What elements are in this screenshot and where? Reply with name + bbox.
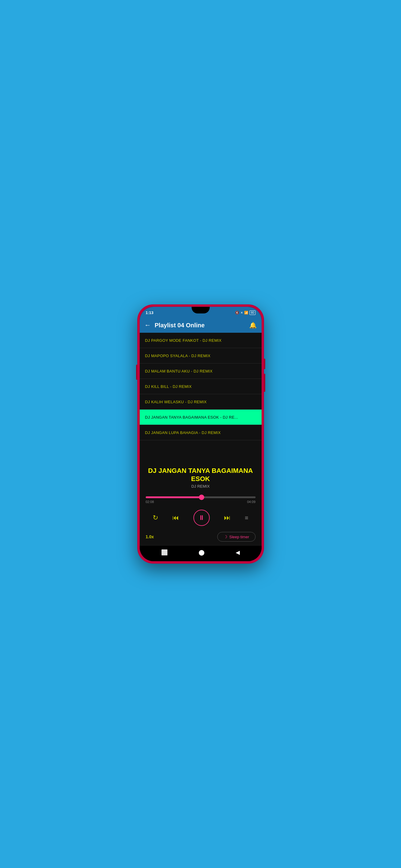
list-item-active[interactable]: DJ JANGAN TANYA BAGAIMANA ESOK - DJ RE..… [140,410,262,425]
notch [192,307,210,313]
now-playing-title: DJ JANGAN TANYA BAGAIMANA ESOK [146,467,256,483]
progress-section: 02:08 04:09 [140,496,262,506]
status-icons: 🔇 ✕ 📶 80 [235,310,255,315]
song-title: DJ MAPOPO SYALALA - DJ REMIX [145,353,210,358]
list-item[interactable]: DJ KALIH WELASKU - DJ REMIX [140,394,262,410]
song-title: DJ MALAM BANTU AKU - DJ REMIX [145,369,213,373]
list-item[interactable]: DJ KILL BILL - DJ REMIX [140,379,262,394]
progress-bar[interactable] [146,496,256,498]
list-item[interactable]: DJ MAPOPO SYALALA - DJ REMIX [140,348,262,364]
list-item[interactable]: DJ MALAM BANTU AKU - DJ REMIX [140,364,262,379]
prev-button[interactable]: ⏮ [172,514,179,522]
status-time: 1:13 [146,310,153,315]
now-playing-artist: DJ REMIX [146,484,256,489]
close-icon: ✕ [240,311,243,314]
back-nav-icon[interactable]: ◀ [236,549,240,556]
bottom-controls: 1.0x ☽ Sleep timer [140,530,262,545]
progress-fill [146,496,202,498]
status-bar: 1:13 🔇 ✕ 📶 80 [140,307,262,318]
stop-nav-icon[interactable]: ⬜ [161,549,168,556]
playback-controls: ↻ ⏮ ⏸ ⏭ ≡ [140,506,262,530]
playlist-button[interactable]: ≡ [245,515,248,521]
next-button[interactable]: ⏭ [224,514,231,522]
back-button[interactable]: ← [145,321,151,329]
sleep-timer-label: Sleep timer [229,535,249,539]
progress-thumb [199,495,204,500]
mute-icon: 🔇 [235,311,239,315]
song-title: DJ JANGAN LUPA BAHAGIA - DJ REMIX [145,430,221,435]
sleep-timer-button[interactable]: ☽ Sleep timer [217,532,256,541]
app-header: ← Playlist 04 Online 🔔 [140,318,262,333]
total-time: 04:09 [247,500,256,504]
phone-screen: 1:13 🔇 ✕ 📶 80 ← Playlist 04 Online 🔔 DJ … [140,307,262,561]
playback-speed[interactable]: 1.0x [146,534,154,539]
power-button [264,359,265,369]
notification-bell-icon[interactable]: 🔔 [249,321,257,329]
page-title: Playlist 04 Online [155,322,246,329]
pause-icon: ⏸ [198,514,205,522]
song-list: DJ PARGOY MODE FANKOT - DJ REMIX DJ MAPO… [140,333,262,462]
progress-times: 02:08 04:09 [146,500,256,504]
volume-right-button [264,374,265,392]
home-nav-icon[interactable]: ⬤ [199,549,205,556]
wifi-icon: 📶 [244,311,248,315]
now-playing-section: DJ JANGAN TANYA BAGAIMANA ESOK DJ REMIX [140,462,262,496]
song-title-active: DJ JANGAN TANYA BAGAIMANA ESOK - DJ RE..… [145,415,238,420]
phone-frame: 1:13 🔇 ✕ 📶 80 ← Playlist 04 Online 🔔 DJ … [137,304,264,564]
volume-button [136,365,137,380]
repeat-button[interactable]: ↻ [153,514,158,522]
current-time: 02:08 [146,500,154,504]
moon-icon: ☽ [224,534,228,539]
battery-icon: 80 [250,310,255,315]
song-title: DJ KALIH WELASKU - DJ REMIX [145,400,207,404]
nav-bar: ⬜ ⬤ ◀ [140,545,262,561]
list-item[interactable]: DJ PARGOY MODE FANKOT - DJ REMIX [140,333,262,348]
pause-button[interactable]: ⏸ [193,510,210,526]
song-title: DJ KILL BILL - DJ REMIX [145,384,192,389]
list-item[interactable]: DJ JANGAN LUPA BAHAGIA - DJ REMIX [140,425,262,440]
song-title: DJ PARGOY MODE FANKOT - DJ REMIX [145,338,222,343]
